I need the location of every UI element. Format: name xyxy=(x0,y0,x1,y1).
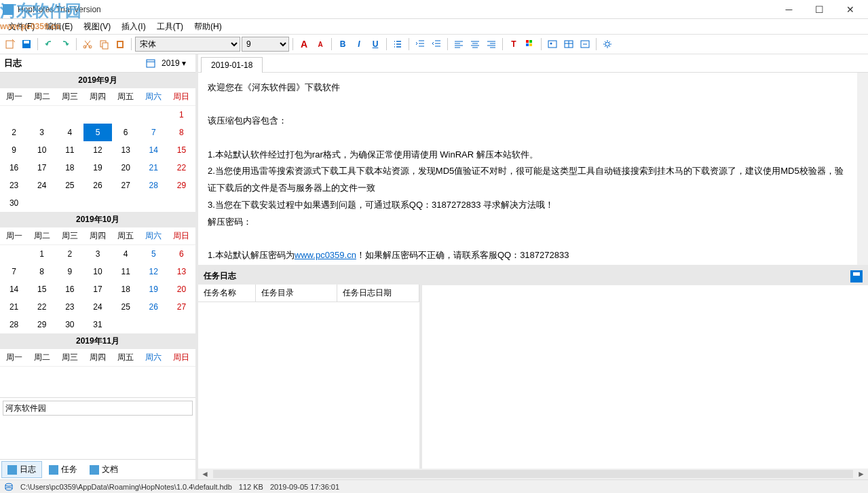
calendar-day[interactable]: 6 xyxy=(168,245,195,263)
calendar-day[interactable]: 20 xyxy=(168,280,195,298)
task-col-name[interactable]: 任务名称 xyxy=(198,285,256,302)
calendar-day[interactable]: 2 xyxy=(56,245,83,263)
calendar-day[interactable]: 30 xyxy=(56,316,83,333)
indent-icon[interactable] xyxy=(429,37,444,52)
calendar-day[interactable]: 13 xyxy=(168,263,195,280)
calendar-day[interactable]: 10 xyxy=(28,141,56,159)
calendar-day[interactable]: 7 xyxy=(0,263,28,280)
calendar-day[interactable]: 8 xyxy=(168,124,195,141)
calendar-day[interactable]: 20 xyxy=(112,159,140,177)
undo-icon[interactable] xyxy=(41,37,56,52)
underline-icon[interactable]: U xyxy=(368,37,383,52)
year-selector[interactable]: 2019 ▾ xyxy=(156,57,191,69)
calendar-day[interactable]: 11 xyxy=(56,141,83,159)
calendar-day[interactable]: 28 xyxy=(0,316,28,333)
scroll-left-icon[interactable]: ◄ xyxy=(198,469,212,479)
task-col-date[interactable]: 任务日志日期 xyxy=(337,285,419,302)
calendar-day[interactable]: 12 xyxy=(140,263,168,280)
calendar-day[interactable]: 23 xyxy=(0,177,28,194)
calendar-day[interactable]: 10 xyxy=(83,263,111,280)
align-center-icon[interactable] xyxy=(468,37,483,52)
calendar-day[interactable]: 22 xyxy=(168,159,195,177)
calendar-day[interactable]: 6 xyxy=(112,124,140,141)
editor-scrollbar[interactable] xyxy=(857,73,868,265)
calendar-day[interactable]: 9 xyxy=(0,141,28,159)
align-right-icon[interactable] xyxy=(484,37,499,52)
list-icon[interactable] xyxy=(390,37,405,52)
tab-document[interactable]: 文档 xyxy=(84,461,124,478)
cut-icon[interactable] xyxy=(80,37,95,52)
calendar-day[interactable]: 5 xyxy=(83,124,111,141)
link-pc0359[interactable]: www.pc0359.cn xyxy=(295,250,356,260)
calendar-day[interactable]: 29 xyxy=(28,316,56,333)
calendar-day[interactable]: 19 xyxy=(83,159,111,177)
calendar-day[interactable]: 15 xyxy=(28,280,56,298)
insert-image-icon[interactable] xyxy=(545,37,560,52)
calendar-day[interactable]: 25 xyxy=(112,298,140,316)
calendar-day[interactable]: 3 xyxy=(28,124,56,141)
font-name-select[interactable]: 宋体 xyxy=(135,37,240,52)
save-icon[interactable] xyxy=(19,37,34,52)
horizontal-scrollbar[interactable] xyxy=(213,470,853,478)
calendar-day[interactable]: 21 xyxy=(0,298,28,316)
calendar-day[interactable]: 24 xyxy=(28,177,56,194)
settings-icon[interactable] xyxy=(600,37,615,52)
document-editor[interactable]: 欢迎您在《河东软件园》下载软件 该压缩包内容包含： 1.本站默认软件经过打包为r… xyxy=(198,73,857,265)
calendar-day[interactable]: 28 xyxy=(140,177,168,194)
calendar-day[interactable]: 14 xyxy=(0,280,28,298)
task-col-dir[interactable]: 任务目录 xyxy=(256,285,337,302)
calendar-day[interactable]: 3 xyxy=(83,245,111,263)
menu-view[interactable]: 视图(V) xyxy=(78,20,116,34)
calendar-day[interactable]: 27 xyxy=(168,298,195,316)
calendar-day[interactable]: 11 xyxy=(112,263,140,280)
calendar-day[interactable]: 2 xyxy=(0,124,28,141)
tab-diary[interactable]: 日志 xyxy=(1,461,42,478)
menu-tools[interactable]: 工具(T) xyxy=(151,20,189,34)
outdent-icon[interactable] xyxy=(413,37,428,52)
calendar-day[interactable]: 21 xyxy=(140,159,168,177)
tab-task[interactable]: 任务 xyxy=(43,461,83,478)
menu-file[interactable]: 文件(F) xyxy=(3,20,40,34)
calendar-day[interactable]: 15 xyxy=(168,141,195,159)
calendar-day[interactable]: 4 xyxy=(112,245,140,263)
copy-icon[interactable] xyxy=(96,37,111,52)
calendar-day[interactable]: 12 xyxy=(83,141,111,159)
calendar-day[interactable]: 5 xyxy=(140,245,168,263)
calendar-day[interactable]: 31 xyxy=(83,316,111,333)
calendar-day[interactable]: 26 xyxy=(83,177,111,194)
insert-link-icon[interactable] xyxy=(578,37,592,52)
redo-icon[interactable] xyxy=(58,37,73,52)
calendar-day[interactable]: 16 xyxy=(56,280,83,298)
maximize-button[interactable]: ☐ xyxy=(804,1,835,18)
calendar-day[interactable]: 30 xyxy=(0,194,28,212)
calendar-day[interactable]: 7 xyxy=(140,124,168,141)
calendar-day[interactable]: 8 xyxy=(28,263,56,280)
menu-insert[interactable]: 插入(I) xyxy=(116,20,151,34)
calendar-day[interactable]: 4 xyxy=(56,124,83,141)
font-increase-icon[interactable]: A xyxy=(297,37,312,52)
scroll-right-icon[interactable]: ► xyxy=(854,469,868,479)
calendar-icon[interactable] xyxy=(145,58,156,69)
menu-help[interactable]: 帮助(H) xyxy=(189,20,227,34)
align-left-icon[interactable] xyxy=(451,37,466,52)
highlight-color-icon[interactable] xyxy=(523,37,537,52)
paste-icon[interactable] xyxy=(113,37,128,52)
calendar-day[interactable]: 18 xyxy=(112,280,140,298)
calendar-day[interactable]: 16 xyxy=(0,159,28,177)
text-color-icon[interactable]: T xyxy=(506,37,521,52)
calendar-day[interactable]: 17 xyxy=(83,280,111,298)
calendar-day[interactable]: 9 xyxy=(56,263,83,280)
calendar-day[interactable]: 13 xyxy=(112,141,140,159)
calendar-day[interactable]: 23 xyxy=(56,298,83,316)
calendar-day[interactable]: 19 xyxy=(140,280,168,298)
calendar-day[interactable]: 25 xyxy=(56,177,83,194)
font-size-select[interactable]: 9 xyxy=(242,37,289,52)
close-button[interactable]: ✕ xyxy=(835,1,865,18)
insert-table-icon[interactable] xyxy=(561,37,576,52)
calendar-day[interactable]: 22 xyxy=(28,298,56,316)
calendar-day[interactable]: 1 xyxy=(28,245,56,263)
calendar-day[interactable]: 29 xyxy=(168,177,195,194)
menu-edit[interactable]: 编辑(E) xyxy=(40,20,78,34)
calendar-day[interactable]: 17 xyxy=(28,159,56,177)
calendar-day[interactable]: 26 xyxy=(140,298,168,316)
